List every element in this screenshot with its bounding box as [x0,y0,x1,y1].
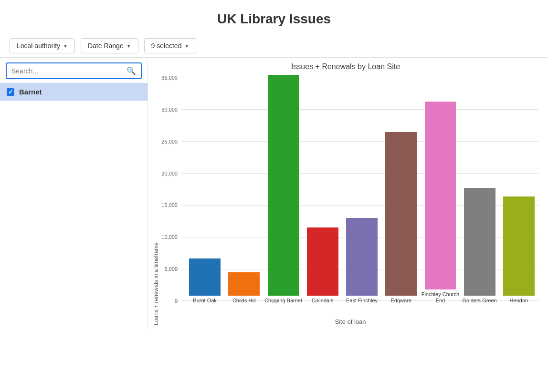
controls-bar: Local authority ▼ Date Range ▼ 9 selecte… [0,34,548,57]
bar-label: Childs Hill [232,298,256,304]
bar [189,258,221,296]
bar [228,272,260,296]
list-item-label: Barnet [19,88,42,96]
bar-label: Golders Green [463,298,497,304]
bar-group[interactable]: Burnt Oak [185,75,224,304]
bar [268,75,299,296]
left-panel: 🔍 ✓Barnet [0,58,148,330]
search-input[interactable] [11,67,126,75]
y-axis-label: Loans + renewals in a timeframe [153,242,159,325]
bar-group[interactable]: Colindale [303,75,342,304]
bar-group[interactable]: Golders Green [460,75,499,304]
main-area: 🔍 ✓Barnet Issues + Renewals by Loan Site… [0,58,548,330]
search-icon: 🔍 [126,66,136,75]
chevron-down-icon: ▼ [184,43,189,49]
grid-label: 15,000 [158,202,178,208]
bar-label: Hendon [510,298,528,304]
bar-group[interactable]: Hendon [499,75,538,304]
bar [503,196,535,296]
date-range-dropdown[interactable]: Date Range ▼ [81,38,138,53]
chart-area: Issues + Renewals by Loan Site Loans + r… [148,58,548,330]
bar-group[interactable]: Edgware [381,75,421,304]
bar [464,188,495,296]
bar-group[interactable]: Chipping Barnet [263,75,303,304]
bar-group[interactable]: Finchley Church End [421,75,460,304]
bar-group[interactable]: Childs Hill [224,75,263,304]
bar-label: Chipping Barnet [264,298,302,304]
bar [346,218,378,296]
bar-label: Burnt Oak [193,298,217,304]
chart-title: Issues + Renewals by Loan Site [291,62,400,71]
bar-group[interactable]: East Finchley [342,75,381,304]
chart-inner: 35,00030,00025,00020,00015,00010,0005,00… [162,75,538,325]
selected-dropdown[interactable]: 9 selected ▼ [144,38,197,53]
bar-label: Edgware [390,298,411,304]
bar [307,227,338,296]
bars-row: Burnt Oak Childs Hill Chipping Barnet Co… [185,75,538,304]
grid-label: 25,000 [158,139,178,144]
grid-label: 5,000 [158,266,178,272]
grid-label: 30,000 [158,107,178,113]
bar-label: East Finchley [346,298,378,304]
bar [425,102,456,289]
local-authority-dropdown[interactable]: Local authority ▼ [10,38,75,53]
grid-label: 10,000 [158,234,178,240]
checkbox-icon: ✓ [7,88,14,96]
grid-label: 0 [158,298,178,304]
bar [385,132,417,296]
local-authority-label: Local authority [17,42,60,50]
grid-label: 35,000 [158,75,178,81]
search-box[interactable]: 🔍 [6,62,142,79]
list-container: ✓Barnet [0,83,148,101]
bar-label: Colindale [312,298,334,304]
selected-label: 9 selected [151,42,182,50]
chart-container: Loans + renewals in a timeframe 35,00030… [153,75,538,325]
grid-label: 20,000 [158,171,178,176]
page-title: UK Library Issues [0,0,548,34]
chevron-down-icon: ▼ [63,43,68,49]
chart-grid-area: 35,00030,00025,00020,00015,00010,0005,00… [162,75,538,304]
x-axis-label: Site of loan [162,318,538,325]
chevron-down-icon: ▼ [126,43,131,49]
list-item[interactable]: ✓Barnet [0,83,148,101]
bar-label: Finchley Church End [421,291,460,304]
date-range-label: Date Range [88,42,124,50]
